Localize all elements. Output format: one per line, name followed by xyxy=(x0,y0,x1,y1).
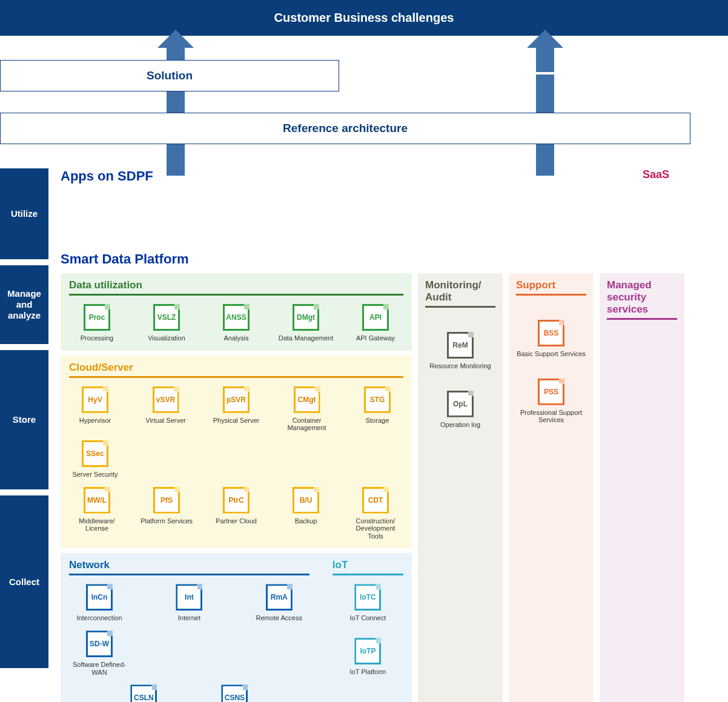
sdp-main-panels: Data utilization ProcProcessingVSLZVisua… xyxy=(61,273,412,702)
panel-data-utilization: Data utilization ProcProcessingVSLZVisua… xyxy=(61,273,412,351)
service-hyv[interactable]: HyVHypervisor xyxy=(69,386,121,432)
arrow-row-top xyxy=(0,36,728,60)
service-code: Proc xyxy=(89,313,105,322)
service-ptrc[interactable]: PtrCPartner Cloud xyxy=(208,487,264,540)
service-rem[interactable]: ReMResource Monitoring xyxy=(426,332,495,370)
service-bu[interactable]: B/UBackup xyxy=(278,487,334,540)
service-code: SSec xyxy=(86,449,104,458)
service-tile-icon: BSS xyxy=(538,320,564,346)
service-label: Hypervisor xyxy=(69,417,121,425)
side-collect: Collect xyxy=(0,495,48,668)
panel-title: Data utilization xyxy=(69,279,403,291)
service-pss[interactable]: PSSProfessional Support Services xyxy=(517,379,586,424)
service-label: Container Management xyxy=(281,417,333,432)
service-iotp[interactable]: IoTPIoT Platform xyxy=(337,638,398,676)
service-tile-icon: MW/L xyxy=(84,487,110,514)
service-tile-icon: CMgt xyxy=(294,386,320,413)
service-tile-icon: ANSS xyxy=(223,304,250,331)
service-code: OpL xyxy=(453,400,468,408)
side-manage: Manage and analyze xyxy=(0,265,48,344)
service-psvr[interactable]: pSVRPhysical Server xyxy=(210,386,262,432)
content-column: Apps on SDPF SaaS Smart Data Platform Da… xyxy=(61,168,728,702)
saas-label: SaaS xyxy=(643,168,669,181)
service-code: PSS xyxy=(544,388,558,396)
service-iotc[interactable]: IoTCIoT Connect xyxy=(337,584,398,622)
service-tile-icon: CDT xyxy=(362,487,389,514)
side-collect-label: Collect xyxy=(9,577,39,588)
service-anss[interactable]: ANSSAnalysis xyxy=(208,304,264,342)
service-incn[interactable]: InCnInterconnection xyxy=(69,584,130,622)
service-code: Int xyxy=(185,593,194,601)
service-code: RmA xyxy=(271,593,288,601)
header-bar: Customer Business challenges xyxy=(0,0,728,36)
up-arrow-icon xyxy=(527,30,563,72)
service-ssec[interactable]: SSecServer Security xyxy=(69,440,121,478)
arrow-row-bottom xyxy=(0,144,728,162)
data-util-row: ProcProcessingVSLZVisualizationANSSAnaly… xyxy=(69,304,403,342)
svg-marker-1 xyxy=(527,30,563,72)
iot-col: IoTCIoT ConnectIoTPIoT Platform xyxy=(333,584,403,675)
panel-managed-security: Managed security services xyxy=(600,273,684,702)
service-sdw[interactable]: SD-WSoftware Defined-WAN xyxy=(69,631,130,676)
service-label: Operation log xyxy=(426,421,495,429)
service-vsvr[interactable]: vSVRVirtual Server xyxy=(140,386,192,432)
service-vslz[interactable]: VSLZVisualization xyxy=(139,304,194,342)
service-rma[interactable]: RmARemote Access xyxy=(249,584,309,622)
service-code: CMgt xyxy=(298,396,316,404)
service-tile-icon: Proc xyxy=(84,304,110,331)
service-label: Backup xyxy=(278,517,334,525)
service-stg[interactable]: STGStorage xyxy=(351,386,403,432)
service-csln[interactable]: CSLNCloud/Sever Local Network xyxy=(113,684,174,702)
service-code: SD-W xyxy=(90,640,109,648)
support-items: BSSBasic Support ServicesPSSProfessional… xyxy=(516,320,586,434)
panel-title: Managed security services xyxy=(607,279,677,316)
service-tile-icon: IoTP xyxy=(354,638,381,664)
panel-support: Support BSSBasic Support ServicesPSSProf… xyxy=(509,273,594,702)
apps-on-sdpf-title: Apps on SDPF xyxy=(61,168,153,184)
service-label: IoT Platform xyxy=(337,668,398,676)
service-csns[interactable]: CSNSCloud/Sever Network Security xyxy=(204,684,265,702)
network-iot-row: Network InCnInterconnectionIntInternetRm… xyxy=(61,553,412,702)
monitoring-items: ReMResource MonitoringOpLOperation log xyxy=(425,332,495,438)
service-label: Analysis xyxy=(208,334,264,342)
panel-network: Network InCnInterconnectionIntInternetRm… xyxy=(61,553,318,702)
service-tile-icon: RmA xyxy=(266,584,293,611)
side-manage-label: Manage and analyze xyxy=(2,288,46,321)
service-code: PtrC xyxy=(228,496,243,505)
service-tile-icon: IoTC xyxy=(354,584,381,611)
service-code: IoTP xyxy=(360,647,376,655)
service-code: CSLN xyxy=(134,694,154,702)
service-pfs[interactable]: PfSPlatform Services xyxy=(139,487,194,540)
service-int[interactable]: IntInternet xyxy=(159,584,219,622)
service-bss[interactable]: BSSBasic Support Services xyxy=(517,320,586,358)
service-label: Interconnection xyxy=(69,614,130,622)
cloud-row-1: HyVHypervisorvSVRVirtual ServerpSVRPhysi… xyxy=(69,386,403,478)
service-opl[interactable]: OpLOperation log xyxy=(426,391,495,429)
service-proc[interactable]: ProcProcessing xyxy=(69,304,125,342)
service-label: Basic Support Services xyxy=(517,350,586,358)
service-cmgt[interactable]: CMgtContainer Management xyxy=(281,386,333,432)
service-api[interactable]: APIAPI Gateway xyxy=(348,304,403,342)
service-tile-icon: PSS xyxy=(538,379,564,405)
service-code: DMgt xyxy=(297,313,315,322)
service-tile-icon: VSLZ xyxy=(153,304,180,331)
solution-label: Solution xyxy=(147,69,193,82)
service-dmgt[interactable]: DMgtData Management xyxy=(278,304,334,342)
main-content: Utilize Manage and analyze Store Collect… xyxy=(0,168,728,702)
reference-label: Reference architecture xyxy=(283,122,408,134)
side-utilize: Utilize xyxy=(0,168,48,259)
service-label: Data Management xyxy=(278,334,334,342)
service-code: BSS xyxy=(544,329,559,337)
apps-header-row: Apps on SDPF SaaS xyxy=(61,168,669,188)
service-mwl[interactable]: MW/LMiddleware/ License xyxy=(69,487,125,540)
service-tile-icon: InCn xyxy=(86,584,113,611)
service-code: IoTC xyxy=(360,593,376,601)
service-label: IoT Connect xyxy=(337,614,398,622)
service-label: Resource Monitoring xyxy=(426,362,495,370)
service-cdt[interactable]: CDTConstruction/ Development Tools xyxy=(348,487,403,540)
cloud-row-2: MW/LMiddleware/ LicensePfSPlatform Servi… xyxy=(69,487,403,540)
side-column: Utilize Manage and analyze Store Collect xyxy=(0,168,48,702)
service-tile-icon: pSVR xyxy=(223,386,250,413)
service-label: Physical Server xyxy=(210,417,262,425)
service-code: API xyxy=(369,313,382,322)
